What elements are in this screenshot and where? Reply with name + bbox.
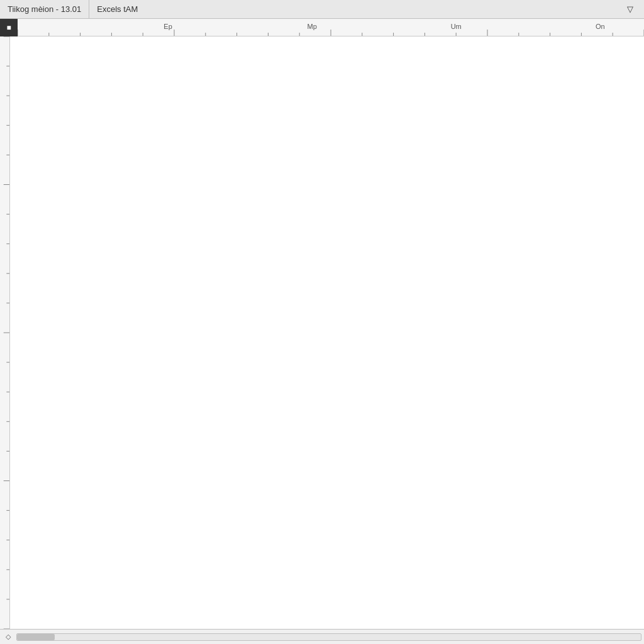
canvas-area[interactable] [10,36,644,629]
title-right: Excels tAM ▽ [89,0,644,18]
chevron-icon: ▽ [627,4,633,14]
horizontal-scrollbar[interactable] [16,633,641,641]
bottom-icon[interactable]: ◇ [3,631,14,643]
title-controls: ▽ [624,3,636,16]
app-window: Tiikog mèion - 13.01 Excels tAM ▽ ■ [0,0,644,644]
title-left-text: Tiikog mèion - 13.01 [8,4,81,14]
chevron-button[interactable]: ▽ [624,3,636,16]
ruler-scale [18,19,644,36]
scrollbar-thumb[interactable] [17,634,55,640]
ruler-bar: ■ [0,19,644,36]
corner-symbol: ■ [6,23,11,32]
bottom-bar: ◇ [0,629,644,644]
horizontal-ruler-canvas [18,19,644,36]
vertical-ruler-canvas [0,36,9,629]
title-left: Tiikog mèion - 13.01 [0,0,89,18]
title-bar: Tiikog mèion - 13.01 Excels tAM ▽ [0,0,644,19]
title-right-text: Excels tAM [97,4,138,14]
ruler-corner-icon[interactable]: ■ [0,19,18,36]
vertical-ruler [0,36,10,629]
bottom-symbol: ◇ [6,633,11,641]
main-area [0,36,644,629]
